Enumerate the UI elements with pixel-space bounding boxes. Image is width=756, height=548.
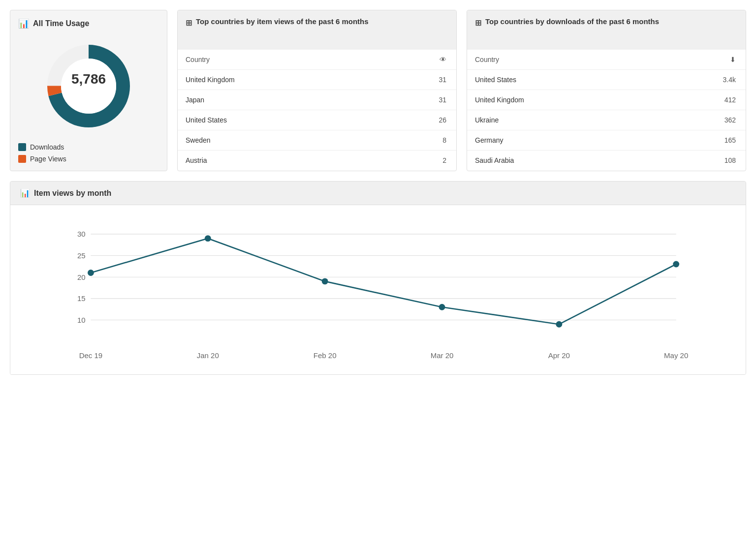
downloads-table: Country ⬇ United States 3.4k United King… (467, 50, 746, 170)
table-row: Japan 31 (178, 90, 456, 110)
line-chart-svg: 3025201510Dec 19Jan 20Feb 20Mar 20Apr 20… (15, 215, 736, 363)
downloads-legend-item: Downloads (18, 143, 159, 151)
country-value: 2 (378, 151, 456, 171)
table-row: United Kingdom 31 (178, 70, 456, 90)
donut-chart: 5,786 (18, 37, 159, 135)
svg-text:20: 20 (77, 273, 86, 281)
donut-svg: 5,786 (39, 37, 138, 135)
line-chart-card: 📊 Item views by month 3025201510Dec 19Ja… (10, 181, 746, 375)
country-name: United States (178, 110, 378, 130)
country-value: 412 (656, 90, 746, 110)
table-row: Saudi Arabia 108 (467, 151, 746, 171)
line-chart-body: 3025201510Dec 19Jan 20Feb 20Mar 20Apr 20… (10, 205, 746, 374)
country-value: 108 (656, 151, 746, 171)
svg-text:Apr 20: Apr 20 (548, 351, 570, 360)
svg-text:15: 15 (77, 294, 86, 303)
grid-icon-views: ⊞ (186, 18, 192, 28)
item-views-table: Country 👁 United Kingdom 31 Japan 31 Uni… (178, 50, 456, 170)
line-chart-title: Item views by month (34, 189, 111, 198)
downloads-legend-label: Downloads (30, 143, 64, 151)
all-time-card: 📊 All Time Usage 5,786 Downloads (10, 10, 167, 171)
svg-point-18 (322, 278, 328, 284)
downloads-tbody: United States 3.4k United Kingdom 412 Uk… (467, 70, 746, 171)
svg-text:Jan 20: Jan 20 (197, 351, 219, 360)
svg-point-24 (673, 261, 679, 268)
country-name: Germany (467, 130, 656, 151)
country-value: 3.4k (656, 70, 746, 90)
country-name: Ukraine (467, 110, 656, 130)
country-name: Japan (178, 90, 378, 110)
svg-text:25: 25 (77, 251, 86, 260)
chart-legend: Downloads Page Views (18, 143, 159, 163)
table-row: Austria 2 (178, 151, 456, 171)
item-views-tbody: United Kingdom 31 Japan 31 United States… (178, 70, 456, 171)
svg-text:Mar 20: Mar 20 (431, 351, 454, 360)
svg-text:30: 30 (77, 230, 86, 238)
top-item-views-header: ⊞ Top countries by item views of the pas… (178, 10, 456, 50)
country-value: 362 (656, 110, 746, 130)
item-views-icon-header: 👁 (378, 50, 456, 70)
bar-chart-icon-line: 📊 (20, 188, 30, 198)
table-row: United States 26 (178, 110, 456, 130)
downloads-header-row: Country ⬇ (467, 50, 746, 70)
table-row: United Kingdom 412 (467, 90, 746, 110)
table-row: Ukraine 362 (467, 110, 746, 130)
country-name: United States (467, 70, 656, 90)
country-name: Sweden (178, 130, 378, 151)
svg-point-14 (88, 270, 94, 276)
pageviews-legend-item: Page Views (18, 155, 159, 163)
item-views-country-header: Country (178, 50, 378, 70)
all-time-title: 📊 All Time Usage (18, 18, 159, 29)
country-name: United Kingdom (178, 70, 378, 90)
svg-text:10: 10 (77, 316, 86, 324)
pageviews-legend-label: Page Views (30, 155, 66, 163)
svg-point-16 (205, 235, 211, 242)
country-name: Austria (178, 151, 378, 171)
country-value: 8 (378, 130, 456, 151)
top-downloads-card: ⊞ Top countries by downloads of the past… (467, 10, 746, 171)
country-name: Saudi Arabia (467, 151, 656, 171)
country-value: 165 (656, 130, 746, 151)
top-item-views-card: ⊞ Top countries by item views of the pas… (177, 10, 457, 171)
country-value: 31 (378, 70, 456, 90)
top-downloads-header: ⊞ Top countries by downloads of the past… (467, 10, 746, 50)
svg-text:Feb 20: Feb 20 (314, 351, 337, 360)
table-row: Germany 165 (467, 130, 746, 151)
item-views-header-row: Country 👁 (178, 50, 456, 70)
country-value: 31 (378, 90, 456, 110)
svg-point-22 (556, 321, 562, 328)
grid-icon-downloads: ⊞ (475, 18, 481, 28)
country-value: 26 (378, 110, 456, 130)
svg-text:May 20: May 20 (664, 351, 688, 360)
donut-center-value: 5,786 (71, 71, 106, 87)
table-row: Sweden 8 (178, 130, 456, 151)
downloads-legend-color (18, 143, 26, 151)
country-name: United Kingdom (467, 90, 656, 110)
bar-chart-icon: 📊 (18, 18, 29, 29)
downloads-icon-header: ⬇ (656, 50, 746, 70)
downloads-country-header: Country (467, 50, 656, 70)
pageviews-legend-color (18, 155, 26, 163)
svg-point-20 (439, 304, 445, 310)
line-chart-header: 📊 Item views by month (10, 182, 746, 205)
svg-text:Dec 19: Dec 19 (79, 351, 103, 360)
table-row: United States 3.4k (467, 70, 746, 90)
